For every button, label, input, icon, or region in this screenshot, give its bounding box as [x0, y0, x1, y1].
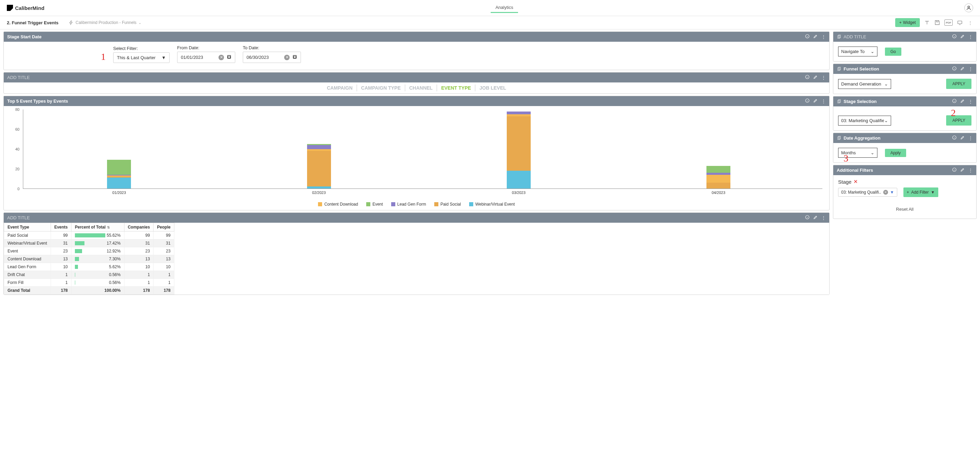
- bar-segment: [507, 114, 531, 116]
- clear-icon[interactable]: ✕: [218, 55, 224, 60]
- info-icon[interactable]: [952, 135, 957, 141]
- kebab-menu-icon[interactable]: ⋮: [821, 75, 826, 80]
- column-header[interactable]: Percent of Total⇅: [71, 223, 124, 231]
- cell-events: 1: [51, 271, 71, 279]
- kebab-menu-icon[interactable]: ⋮: [821, 99, 826, 104]
- remove-filter-icon[interactable]: ✕: [853, 179, 858, 185]
- cell-percent: 7.30%: [71, 255, 124, 263]
- info-icon[interactable]: [952, 167, 957, 173]
- pencil-icon[interactable]: [960, 167, 965, 173]
- add-widget-button[interactable]: + Widget: [895, 18, 920, 27]
- x-axis-label: 03/2023: [512, 190, 525, 195]
- panel-header: Stage Start Date ⋮: [4, 32, 829, 42]
- calendar-icon[interactable]: [292, 54, 297, 60]
- tab-event-type[interactable]: EVENT TYPE: [437, 85, 475, 91]
- x-axis-label: 02/2023: [312, 190, 326, 195]
- funnel-select-value: Demand Generation: [841, 81, 881, 86]
- add-filter-button[interactable]: + Add Filter ▼: [904, 187, 938, 197]
- pencil-icon[interactable]: [960, 135, 965, 141]
- legend-item[interactable]: Content Download: [318, 202, 358, 207]
- cell-people: 10: [154, 263, 174, 271]
- to-date-input[interactable]: 06/30/2023 ✕: [243, 52, 301, 63]
- tab-campaign-type[interactable]: CAMPAIGN TYPE: [357, 85, 405, 91]
- reset-all-link[interactable]: Reset All: [838, 207, 972, 212]
- cell-companies: 1: [124, 271, 154, 279]
- caret-down-icon: ▼: [161, 55, 166, 60]
- clear-icon[interactable]: ✕: [883, 190, 888, 195]
- kebab-menu-icon[interactable]: ⋮: [968, 136, 973, 140]
- app-logo[interactable]: CaliberMind: [7, 5, 45, 11]
- kebab-menu-icon[interactable]: ⋮: [821, 215, 826, 220]
- kebab-menu-icon[interactable]: ⋮: [821, 34, 826, 39]
- column-header[interactable]: Companies: [124, 223, 154, 231]
- monitor-icon[interactable]: [957, 19, 963, 26]
- legend-item[interactable]: Paid Social: [434, 202, 461, 207]
- plus-icon: +: [907, 190, 909, 195]
- cell-event-type: Content Download: [4, 255, 51, 263]
- kebab-menu-icon[interactable]: ⋮: [968, 168, 973, 173]
- percent-bar: [75, 257, 79, 261]
- tab-campaign[interactable]: CAMPAIGN: [323, 85, 357, 91]
- tab-job-level[interactable]: JOB LEVEL: [475, 85, 510, 91]
- funnel-apply-button[interactable]: APPLY: [946, 79, 972, 89]
- pencil-icon[interactable]: [813, 215, 818, 221]
- pencil-icon[interactable]: [960, 66, 965, 72]
- info-icon[interactable]: [805, 98, 810, 104]
- kebab-menu-icon[interactable]: ⋮: [968, 66, 973, 72]
- stage-apply-button[interactable]: APPLY: [946, 115, 972, 126]
- legend-item[interactable]: Event: [366, 202, 383, 207]
- column-header[interactable]: People: [154, 223, 174, 231]
- column-header[interactable]: Event Type: [4, 223, 51, 231]
- kebab-menu-icon[interactable]: ⋮: [968, 99, 973, 104]
- info-icon[interactable]: [952, 34, 957, 40]
- date-agg-apply-button[interactable]: Apply: [885, 149, 906, 157]
- pencil-icon[interactable]: [813, 75, 818, 80]
- select-filter-dropdown[interactable]: This & Last Quarter ▼: [113, 52, 170, 63]
- bar-segment: [107, 177, 131, 177]
- from-date-input[interactable]: 01/01/2023 ✕: [177, 52, 235, 63]
- pencil-icon[interactable]: [813, 34, 818, 40]
- user-avatar-icon[interactable]: [964, 3, 973, 12]
- info-icon[interactable]: [952, 99, 957, 104]
- tabs-panel: ADD TITLE ⋮ CAMPAIGNCAMPAIGN TYPECHANNEL…: [3, 72, 830, 94]
- copy-icon: [837, 67, 842, 72]
- legend-item[interactable]: Webinar/Virtual Event: [469, 202, 515, 207]
- sort-icon[interactable]: ⇅: [107, 225, 110, 229]
- go-button[interactable]: Go: [885, 48, 901, 56]
- navigate-select[interactable]: Navigate To ⌄: [838, 46, 877, 56]
- top-tab-analytics[interactable]: Analytics: [491, 3, 518, 13]
- funnel-select[interactable]: Demand Generation ⌄: [838, 79, 891, 89]
- info-icon[interactable]: [805, 34, 810, 40]
- kebab-menu-icon[interactable]: ⋮: [968, 34, 973, 39]
- info-icon[interactable]: [952, 66, 957, 72]
- cell-event-type: Lead Gen Form: [4, 263, 51, 271]
- x-axis-label: 01/2023: [113, 190, 126, 195]
- clear-icon[interactable]: ✕: [284, 55, 290, 60]
- pdf-icon[interactable]: PDF: [945, 19, 953, 26]
- percent-text: 12.92%: [83, 249, 121, 254]
- save-icon[interactable]: [934, 19, 940, 26]
- lightning-icon: [69, 20, 73, 25]
- stage-select[interactable]: 03: Marketing Qualified Ac ⌄: [838, 116, 891, 126]
- filter-value-select[interactable]: 03: Marketing Qualifi.. ✕ ▼: [838, 188, 897, 197]
- legend-swatch: [366, 202, 370, 206]
- chevron-down-icon: ⌄: [138, 21, 141, 25]
- text-tool-icon[interactable]: [924, 19, 930, 26]
- cell-percent: 0.56%: [71, 279, 124, 287]
- column-header[interactable]: Events: [51, 223, 71, 231]
- table-total-row: Grand Total178100.00%178178: [4, 287, 174, 295]
- annotation-2: 2: [951, 107, 956, 118]
- calendar-icon[interactable]: [227, 54, 231, 60]
- panel-title: Stage Start Date: [7, 34, 41, 39]
- pencil-icon[interactable]: [813, 98, 818, 104]
- kebab-menu-icon[interactable]: ⋮: [967, 19, 973, 26]
- tab-channel[interactable]: CHANNEL: [405, 85, 437, 91]
- pencil-icon[interactable]: [960, 34, 965, 40]
- info-icon[interactable]: [805, 215, 810, 221]
- legend-item[interactable]: Lead Gen Form: [391, 202, 426, 207]
- pencil-icon[interactable]: [960, 99, 965, 104]
- bar-segment: [507, 112, 531, 115]
- breadcrumb[interactable]: Calibermind Production - Funnels ⌄: [69, 20, 141, 25]
- info-icon[interactable]: [805, 75, 810, 80]
- select-filter-value: This & Last Quarter: [117, 55, 156, 60]
